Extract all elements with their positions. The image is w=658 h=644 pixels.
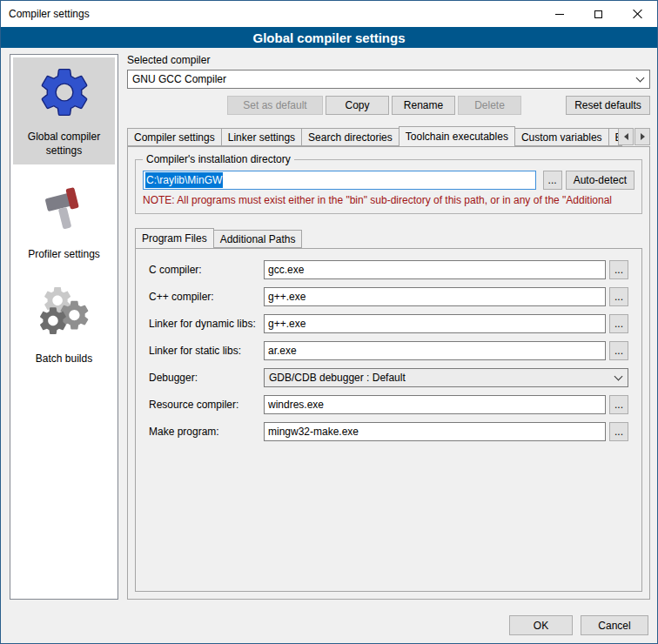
window-title: Compiler settings <box>1 8 90 20</box>
cpp-compiler-browse-button[interactable]: ... <box>609 287 628 306</box>
stacked-gears-icon <box>35 285 94 344</box>
sidebar-item-batch-builds[interactable]: Batch builds <box>13 279 115 373</box>
field-label: Linker for dynamic libs: <box>149 318 264 330</box>
program-files-tab-strip: Program Files Additional Paths <box>135 227 642 248</box>
tab-compiler-settings[interactable]: Compiler settings <box>127 128 222 146</box>
tab-search-directories[interactable]: Search directories <box>301 128 400 146</box>
dialog-body: Global compiler settings Profiler settin… <box>1 48 657 608</box>
field-row-make-program: Make program: ... <box>149 422 628 441</box>
c-compiler-browse-button[interactable]: ... <box>609 260 628 279</box>
sidebar-item-profiler-settings[interactable]: Profiler settings <box>13 175 115 269</box>
maximize-icon <box>594 10 602 18</box>
field-label: Debugger: <box>149 372 264 384</box>
field-row-c-compiler: C compiler: ... <box>149 260 628 279</box>
dynamic-linker-browse-button[interactable]: ... <box>609 314 628 333</box>
group-title: Compiler's installation directory <box>143 153 294 165</box>
minimize-icon <box>555 14 564 15</box>
rename-button[interactable]: Rename <box>392 96 455 115</box>
compiler-settings-window: Compiler settings Global compiler settin… <box>0 0 658 644</box>
set-as-default-button[interactable]: Set as default <box>227 96 323 115</box>
field-row-debugger: Debugger: GDB/CDB debugger : Default <box>149 368 628 387</box>
install-dir-browse-button[interactable]: ... <box>543 171 562 190</box>
dynamic-linker-input[interactable] <box>264 314 606 333</box>
tab-additional-paths[interactable]: Additional Paths <box>213 230 303 248</box>
install-dir-input[interactable]: C:\raylib\MinGW <box>143 171 536 190</box>
close-icon <box>633 9 643 19</box>
tab-toolchain-executables[interactable]: Toolchain executables <box>399 126 515 146</box>
selected-compiler-dropdown[interactable]: GNU GCC Compiler <box>127 70 650 89</box>
selected-compiler-label: Selected compiler <box>127 54 650 66</box>
arrow-left-icon <box>624 133 628 140</box>
tab-custom-variables[interactable]: Custom variables <box>514 128 609 146</box>
tab-scroll-buttons <box>617 128 650 145</box>
tab-linker-settings[interactable]: Linker settings <box>221 128 302 146</box>
program-files-panel: C compiler: ... C++ compiler: ... <box>135 248 642 592</box>
maximize-button[interactable] <box>579 1 618 27</box>
blue-gear-icon <box>35 63 94 122</box>
field-label: C++ compiler: <box>149 291 264 303</box>
cancel-button[interactable]: Cancel <box>581 615 648 635</box>
window-controls <box>540 1 657 27</box>
tab-program-files[interactable]: Program Files <box>135 228 214 248</box>
install-dir-selected-text: C:\raylib\MinGW <box>145 172 223 188</box>
sidebar-item-global-compiler-settings[interactable]: Global compiler settings <box>13 57 115 164</box>
sidebar-item-label: Batch builds <box>36 352 92 366</box>
minimize-button[interactable] <box>540 1 579 27</box>
scroll-right-button[interactable] <box>634 128 650 145</box>
field-label: Resource compiler: <box>149 399 264 411</box>
debugger-dropdown[interactable]: GDB/CDB debugger : Default <box>264 368 628 387</box>
field-label: Make program: <box>149 426 264 438</box>
arrow-right-icon <box>641 133 645 140</box>
titlebar: Compiler settings <box>1 1 657 27</box>
static-linker-browse-button[interactable]: ... <box>609 341 628 360</box>
static-linker-input[interactable] <box>264 341 606 360</box>
chevron-down-icon <box>614 372 623 381</box>
field-label: C compiler: <box>149 264 264 276</box>
compiler-actions: Set as default Copy Rename Delete Reset … <box>127 96 650 115</box>
field-row-static-linker: Linker for static libs: ... <box>149 341 628 360</box>
ok-button[interactable]: OK <box>509 615 573 635</box>
selected-compiler-value: GNU GCC Compiler <box>132 73 226 85</box>
copy-button[interactable]: Copy <box>326 96 389 115</box>
installation-directory-row: C:\raylib\MinGW ... Auto-detect <box>143 171 634 190</box>
toolchain-executables-panel: Compiler's installation directory C:\ray… <box>127 146 650 600</box>
page-title: Global compiler settings <box>1 27 657 48</box>
settings-category-sidebar: Global compiler settings Profiler settin… <box>10 54 118 600</box>
delete-button[interactable]: Delete <box>458 96 521 115</box>
main-panel: Selected compiler GNU GCC Compiler Set a… <box>127 54 650 600</box>
settings-tab-strip: Compiler settings Linker settings Search… <box>127 125 650 146</box>
sidebar-item-label: Profiler settings <box>28 248 100 262</box>
resource-compiler-input[interactable] <box>264 395 606 414</box>
chevron-down-icon <box>636 74 645 83</box>
dialog-footer: OK Cancel <box>1 608 657 643</box>
reset-defaults-button[interactable]: Reset defaults <box>566 96 650 115</box>
profiler-tool-icon <box>35 180 94 239</box>
field-label: Linker for static libs: <box>149 345 264 357</box>
auto-detect-button[interactable]: Auto-detect <box>566 171 634 190</box>
make-program-input[interactable] <box>264 422 606 441</box>
field-row-resource-compiler: Resource compiler: ... <box>149 395 628 414</box>
bin-directory-note: NOTE: All programs must exist either in … <box>143 194 634 206</box>
scroll-left-button[interactable] <box>618 128 634 145</box>
installation-directory-group: Compiler's installation directory C:\ray… <box>135 159 642 214</box>
sidebar-item-label: Global compiler settings <box>15 131 113 158</box>
resource-compiler-browse-button[interactable]: ... <box>609 395 628 414</box>
field-row-cpp-compiler: C++ compiler: ... <box>149 287 628 306</box>
c-compiler-input[interactable] <box>264 260 606 279</box>
cpp-compiler-input[interactable] <box>264 287 606 306</box>
field-row-dynamic-linker: Linker for dynamic libs: ... <box>149 314 628 333</box>
make-program-browse-button[interactable]: ... <box>609 422 628 441</box>
close-button[interactable] <box>618 1 657 27</box>
debugger-value: GDB/CDB debugger : Default <box>269 372 406 384</box>
